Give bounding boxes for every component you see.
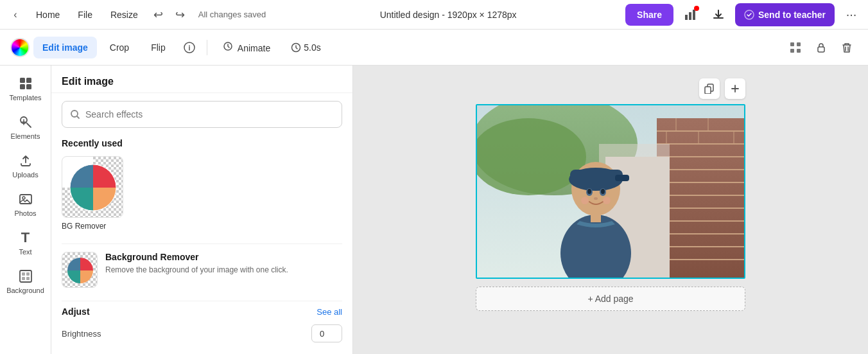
recently-used-grid: BG Remover (62, 156, 342, 231)
main-area: Templates Elements Uploads (0, 66, 868, 354)
svg-rect-19 (20, 270, 31, 282)
redo-button[interactable]: ↪ (170, 4, 191, 25)
sidebar-item-templates[interactable]: Templates (3, 71, 48, 107)
search-input[interactable] (85, 109, 334, 119)
canvas-container: + Add page (476, 78, 745, 311)
image-toolbar: Edit image Crop Flip Animate 5.0s (0, 30, 868, 66)
grid-view-button[interactable] (785, 37, 806, 58)
animate-icon (223, 41, 233, 51)
clock-icon (291, 42, 301, 53)
svg-rect-67 (615, 175, 629, 181)
photo-svg (477, 105, 744, 278)
sidebar-item-background[interactable]: Background (3, 263, 48, 299)
info-button[interactable] (178, 37, 200, 58)
bg-remover-row-thumbnail (62, 252, 98, 288)
add-page-button[interactable]: + Add page (476, 287, 745, 311)
sidebar: Templates Elements Uploads (0, 66, 51, 354)
topbar-right: Share Send to teacher ··· (625, 3, 863, 26)
time-value: 5.0s (304, 42, 320, 53)
svg-rect-2 (693, 10, 695, 20)
bg-remover-thumbnail (62, 156, 123, 218)
copy-frame-button[interactable] (699, 78, 720, 99)
svg-point-73 (581, 197, 589, 204)
canvas-image-frame[interactable] (476, 104, 745, 279)
brightness-input[interactable] (311, 324, 342, 342)
elements-label: Elements (11, 132, 40, 140)
photo-simulation (477, 105, 744, 278)
svg-point-72 (594, 197, 598, 200)
toolbar-separator (207, 40, 207, 55)
more-options-button[interactable]: ··· (840, 3, 863, 26)
brightness-row: Brightness (62, 324, 342, 342)
photos-icon (18, 191, 33, 207)
file-button[interactable]: File (70, 4, 100, 26)
sidebar-item-elements[interactable]: Elements (3, 109, 48, 145)
svg-rect-1 (689, 12, 691, 20)
analytics-dot (694, 6, 699, 11)
svg-rect-75 (591, 213, 601, 222)
svg-rect-14 (20, 84, 25, 89)
bg-remover-row[interactable]: Background Remover Remove the background… (62, 243, 342, 296)
animate-label: Animate (238, 43, 270, 53)
photos-label: Photos (14, 209, 36, 217)
trash-icon (841, 42, 853, 53)
see-all-button[interactable]: See all (317, 307, 342, 317)
svg-point-71 (601, 189, 605, 194)
panel-body: Recently used (51, 93, 352, 354)
save-status: All changes saved (198, 10, 266, 19)
text-icon: T (18, 230, 33, 245)
flip-button[interactable]: Flip (142, 37, 175, 58)
edit-image-button[interactable]: Edit image (33, 37, 97, 58)
svg-rect-20 (22, 272, 25, 276)
add-page-icon-button[interactable] (725, 78, 745, 99)
svg-rect-23 (26, 277, 30, 280)
time-button[interactable]: 5.0s (283, 37, 328, 58)
svg-rect-22 (22, 277, 25, 280)
left-panel: Edit image Recently used (51, 66, 353, 354)
recently-used-title: Recently used (62, 138, 342, 148)
animate-button[interactable]: Animate (214, 37, 279, 58)
sidebar-item-photos[interactable]: Photos (3, 186, 48, 222)
canvas-area: + Add page (353, 66, 868, 354)
svg-rect-10 (797, 49, 801, 53)
share-button[interactable]: Share (625, 4, 673, 26)
color-swatch[interactable] (10, 38, 30, 57)
svg-rect-44 (657, 118, 744, 278)
svg-rect-13 (26, 78, 31, 83)
delete-button[interactable] (836, 37, 858, 58)
analytics-button[interactable] (679, 3, 702, 26)
svg-rect-0 (685, 15, 688, 20)
templates-label: Templates (9, 94, 41, 102)
add-icon (730, 84, 740, 94)
svg-point-74 (603, 197, 611, 204)
svg-rect-7 (790, 42, 794, 46)
lock-icon (815, 42, 827, 53)
svg-rect-15 (26, 84, 31, 89)
lock-button[interactable] (810, 37, 832, 58)
svg-point-18 (22, 197, 25, 199)
svg-rect-12 (20, 78, 25, 83)
download-button[interactable] (707, 3, 730, 26)
resize-button[interactable]: Resize (103, 4, 146, 26)
grid-icon (789, 41, 802, 54)
sidebar-item-uploads[interactable]: Uploads (3, 148, 48, 184)
adjust-title: Adjust (62, 306, 90, 317)
svg-rect-40 (705, 87, 711, 94)
checkmark-icon (744, 10, 754, 20)
back-button[interactable]: ‹ (5, 4, 26, 25)
elements-icon (18, 114, 33, 130)
send-to-teacher-button[interactable]: Send to teacher (735, 3, 835, 26)
download-icon (712, 8, 725, 21)
search-box[interactable] (62, 101, 342, 128)
design-title: Untitled design - 1920px × 1278px (273, 10, 623, 20)
background-label: Background (6, 287, 44, 294)
bg-remover-row-desc: Remove the background of your image with… (105, 265, 342, 276)
topbar: ‹ Home File Resize ↩ ↪ All changes saved… (0, 0, 868, 30)
brightness-label: Brightness (62, 329, 101, 339)
undo-button[interactable]: ↩ (148, 4, 169, 25)
sidebar-item-text[interactable]: T Text (3, 225, 48, 261)
bg-remover-card[interactable]: BG Remover (62, 156, 126, 231)
uploads-icon (18, 153, 33, 168)
crop-button[interactable]: Crop (101, 37, 138, 58)
home-button[interactable]: Home (28, 4, 67, 26)
